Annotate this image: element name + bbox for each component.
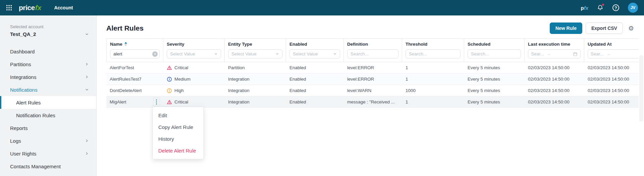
page-title: Alert Rules: [106, 24, 144, 32]
logo-fx: fx: [35, 4, 42, 12]
cell-name: AlertForTest: [106, 65, 163, 70]
top-nav-account[interactable]: Account: [54, 5, 73, 10]
cell-severity: Critical: [163, 99, 225, 105]
cell-entity-type: Integration: [225, 88, 286, 93]
cell-enabled: Enabled: [286, 65, 344, 70]
severity-filter-select[interactable]: Select Value: [167, 49, 221, 58]
entity-type-filter-select[interactable]: Select Value: [228, 49, 282, 58]
column-header-name[interactable]: Name: [110, 41, 160, 47]
chevron-right-icon: [85, 62, 89, 66]
cell-updated-at: 02/03/2023 14:50:00: [584, 88, 639, 93]
table-row[interactable]: AlertRulesTest7 Medium Integration Enabl…: [106, 74, 639, 85]
column-header-scheduled[interactable]: Scheduled: [468, 41, 521, 47]
chevron-right-icon: [85, 151, 89, 156]
name-filter: ✕: [110, 49, 160, 58]
export-csv-button[interactable]: Export CSV: [586, 23, 623, 34]
table-row[interactable]: MigAlert Critical Integration Enabled me…: [106, 96, 639, 108]
sidebar: Selected account Test_QA_2 Dashboard Par…: [0, 15, 97, 176]
range-arrow-icon: →: [606, 51, 610, 56]
new-rule-button[interactable]: New Rule: [550, 23, 582, 34]
last-execution-time-filter[interactable]: Sear... →: [528, 49, 581, 58]
chevron-right-icon: [85, 75, 89, 79]
updated-at-filter[interactable]: Sear... →: [588, 49, 639, 58]
cell-scheduled: Every 5 minutes: [464, 99, 525, 104]
sidebar-item-logs[interactable]: Logs: [0, 134, 96, 147]
settings-gear-icon[interactable]: ⚙: [628, 25, 634, 32]
scheduled-filter-input[interactable]: [468, 49, 521, 58]
notifications-bell-icon[interactable]: [597, 4, 604, 11]
chevron-down-icon: [85, 88, 89, 92]
enabled-filter-select[interactable]: Select Value: [289, 49, 340, 58]
calendar-icon: [573, 52, 578, 56]
cell-scheduled: Every 5 minutes: [464, 77, 525, 82]
chevron-down-icon: [275, 52, 279, 56]
alert-rules-table: Name ✕ Severity Select Value: [106, 38, 639, 108]
sidebar-item-alert-rules[interactable]: Alert Rules: [0, 96, 96, 109]
column-header-last-execution-time[interactable]: Last execution time: [528, 41, 581, 47]
sidebar-item-partitions[interactable]: Partitions: [0, 58, 96, 71]
context-menu-delete-alert-rule[interactable]: Delete Alert Rule: [153, 145, 203, 157]
chevron-right-icon: [85, 139, 89, 143]
account-selector[interactable]: Test_QA_2: [0, 29, 96, 37]
top-bar-right: pfx ? JV: [581, 3, 638, 13]
cell-last-execution-time: 02/03/2023 14:50:00: [525, 88, 584, 93]
sidebar-item-contacts-management[interactable]: Contacts Management: [0, 160, 96, 173]
row-actions-kebab-icon[interactable]: [153, 98, 160, 106]
pfx-env-link[interactable]: pfx: [581, 5, 588, 11]
cell-enabled: Enabled: [286, 99, 344, 104]
cell-definition: level:ERROR: [344, 77, 402, 82]
cell-definition: level:WARN: [344, 88, 402, 93]
context-menu-copy-alert-rule[interactable]: Copy Alert Rule: [153, 121, 203, 133]
column-header-definition[interactable]: Definition: [347, 41, 398, 47]
context-menu-history[interactable]: History: [153, 133, 203, 145]
cell-name: DontDeleteAlert: [106, 88, 163, 93]
cell-severity: Medium: [163, 77, 225, 82]
cell-severity: High: [163, 88, 225, 93]
context-menu-edit[interactable]: Edit: [153, 109, 203, 121]
cell-entity-type: Integration: [225, 99, 286, 104]
column-header-enabled[interactable]: Enabled: [289, 41, 340, 47]
notification-badge: [601, 3, 605, 6]
user-avatar[interactable]: JV: [628, 3, 638, 13]
cell-threshold: 1: [402, 99, 464, 104]
threshold-filter-input[interactable]: [406, 49, 461, 58]
cell-last-execution-time: 02/03/2023 14:50:00: [525, 99, 584, 104]
column-header-updated-at[interactable]: Updated At: [588, 41, 639, 47]
sidebar-item-user-rights[interactable]: User Rights: [0, 147, 96, 160]
sidebar-item-notification-rules[interactable]: Notification Rules: [0, 109, 96, 122]
apps-grid-icon[interactable]: [5, 3, 13, 12]
sort-icon[interactable]: [124, 42, 127, 46]
cell-definition: level:ERROR: [344, 65, 402, 70]
chevron-down-icon: [214, 52, 218, 56]
cell-threshold: 1: [402, 77, 464, 82]
sidebar-item-reports[interactable]: Reports: [0, 122, 96, 134]
column-header-threshold[interactable]: Threshold: [406, 41, 461, 47]
table-row[interactable]: AlertForTest Critical Partition Enabled …: [106, 62, 639, 74]
medium-severity-icon: [167, 77, 172, 82]
pricefx-logo[interactable]: price fx: [19, 4, 41, 12]
chevron-down-icon: [333, 52, 337, 56]
clear-filter-icon[interactable]: ✕: [152, 51, 158, 57]
table-row[interactable]: DontDeleteAlert High Integration Enabled…: [106, 85, 639, 96]
sidebar-item-dashboard[interactable]: Dashboard: [0, 45, 96, 58]
cell-last-execution-time: 02/03/2023 14:50:00: [525, 65, 584, 70]
definition-filter-input[interactable]: [347, 49, 398, 58]
sidebar-item-integrations[interactable]: Integrations: [0, 71, 96, 83]
table-scrollbar[interactable]: [639, 55, 643, 122]
sidebar-item-notifications[interactable]: Notifications: [0, 83, 96, 96]
high-severity-icon: [167, 88, 172, 93]
cell-name: AlertRulesTest7: [106, 77, 163, 82]
selected-account-label: Selected account: [0, 24, 96, 29]
chevron-down-icon: [85, 32, 89, 36]
logo-price: price: [19, 4, 35, 12]
account-name: Test_QA_2: [10, 31, 36, 37]
critical-severity-icon: [167, 65, 172, 71]
column-header-entity-type[interactable]: Entity Type: [228, 41, 282, 47]
cell-enabled: Enabled: [286, 77, 344, 82]
cell-severity: Critical: [163, 65, 225, 71]
cell-threshold: 1: [402, 65, 464, 70]
help-icon[interactable]: ?: [612, 4, 619, 11]
sidebar-nav: Dashboard Partitions Integrations Notifi…: [0, 45, 96, 173]
column-header-severity[interactable]: Severity: [167, 41, 221, 47]
cell-name: MigAlert: [106, 98, 163, 106]
